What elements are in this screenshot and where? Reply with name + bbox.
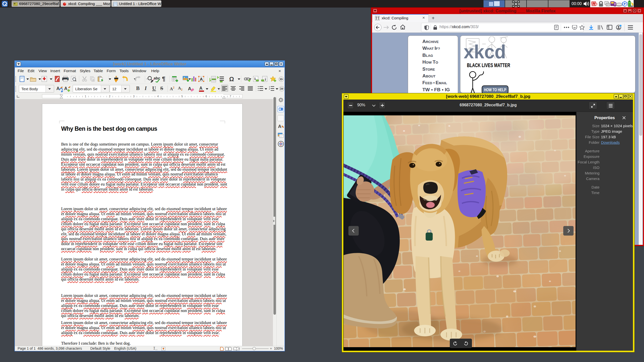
svg-text:i: i [265,77,266,81]
svg-text:¶: ¶ [162,76,165,82]
svg-text:2: 2 [269,88,270,90]
svg-text:60: 60 [631,5,633,7]
svg-text:A: A [199,86,203,91]
svg-text:1: 1 [269,86,270,88]
svg-text:HOW TO HELP: HOW TO HELP [484,88,506,92]
svg-text:4: 4 [157,95,159,98]
svg-text:A: A [200,77,203,82]
svg-text:3: 3 [133,95,135,98]
svg-text:A: A [64,86,67,91]
svg-text:1: 1 [254,77,256,81]
svg-text:Ω: Ω [229,76,234,82]
svg-text:xkcd: xkcd [464,41,506,62]
svg-text:2: 2 [109,95,110,98]
svg-text:7: 7 [230,95,231,98]
svg-text:6: 6 [206,95,207,98]
svg-text:BLACK LIVES MATTER: BLACK LIVES MATTER [467,62,510,68]
svg-text:5: 5 [181,95,183,98]
svg-text:1: 1 [85,95,86,98]
